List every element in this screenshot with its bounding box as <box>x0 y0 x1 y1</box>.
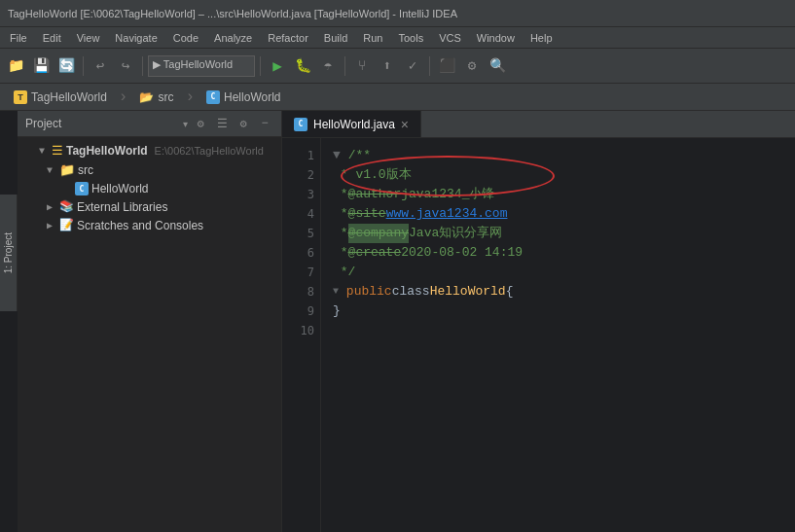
toolbar-btn-3[interactable]: 🔄 <box>54 54 78 78</box>
code-text-8a: public <box>346 282 392 301</box>
toolbar-coverage-btn[interactable]: ☂ <box>316 54 340 78</box>
toolbar-commit-btn[interactable]: ✓ <box>401 54 424 78</box>
project-collapse-btn[interactable]: − <box>256 115 273 132</box>
tree-label-scratches: Scratches and Consoles <box>77 219 203 232</box>
nav-tabs: T TagHelloWorld › 📂 src › C HelloWorld <box>0 84 795 111</box>
code-text-3a: * <box>333 185 348 204</box>
fold-gutter-1: ▼ <box>333 146 341 165</box>
toolbar-vcs-btn[interactable]: ⑂ <box>350 54 374 78</box>
code-text-5b: @company <box>348 224 409 243</box>
toolbar-run-btn[interactable]: ▶ <box>266 54 289 78</box>
code-text-8c: HelloWorld <box>430 282 506 301</box>
menu-analyze[interactable]: Analyze <box>208 30 258 46</box>
tab-close-btn[interactable]: × <box>401 118 409 131</box>
line-num-1: 1 <box>282 146 314 165</box>
menu-build[interactable]: Build <box>318 30 353 46</box>
toolbar-terminal-btn[interactable]: ⬛ <box>435 54 458 78</box>
tree-item-helloworld[interactable]: C HelloWorld <box>35 180 281 197</box>
line-num-6: 6 <box>282 243 314 263</box>
folder-icon: 📂 <box>139 90 154 104</box>
java-file-icon: C <box>206 90 220 104</box>
line-num-2: 2 <box>282 165 314 185</box>
project-panel-header: Project ▾ ⚙ ☰ ⚙ − <box>18 111 281 137</box>
nav-sep-1: › <box>119 89 128 106</box>
tree-label-src: src <box>78 163 93 177</box>
nav-tab-helloworld-label: HelloWorld <box>224 90 280 104</box>
src-folder-icon: 📁 <box>59 162 75 178</box>
tree-item-root[interactable]: ▼ ☰ TagHelloWorld E:\0062\TagHelloWorld <box>35 141 281 160</box>
menu-bar: File Edit View Navigate Code Analyze Ref… <box>0 27 795 49</box>
nav-tab-project[interactable]: T TagHelloWorld <box>6 87 115 108</box>
toolbar-open-btn[interactable]: 📁 <box>4 54 27 78</box>
project-panel: Project ▾ ⚙ ☰ ⚙ − ▼ ☰ TagHelloWorld E:\0… <box>18 111 282 532</box>
nav-tab-src[interactable]: 📂 src <box>131 87 181 108</box>
toolbar-settings-btn[interactable]: ⚙ <box>460 54 484 78</box>
line-num-7: 7 <box>282 263 314 282</box>
code-line-5: * @company Java知识分享网 <box>333 224 783 243</box>
project-sync-btn[interactable]: ⚙ <box>192 115 209 132</box>
code-text-8d: { <box>506 282 514 301</box>
nav-tab-helloworld[interactable]: C HelloWorld <box>199 87 288 108</box>
tree-item-extlibs[interactable]: ▶ 📚 External Libraries <box>35 197 281 216</box>
toolbar: 📁 💾 🔄 ↩ ↪ ▶ TagHelloWorld ▶ 🐛 ☂ ⑂ ⬆ ✓ ⬛ … <box>0 49 795 84</box>
project-gear-btn[interactable]: ⚙ <box>235 115 252 132</box>
code-line-6: * @create 2020-08-02 14:19 <box>333 243 783 263</box>
code-text-5c: Java知识分享网 <box>409 224 502 243</box>
nav-sep-2: › <box>185 89 195 106</box>
nav-tab-project-label: TagHelloWorld <box>31 90 107 104</box>
title-bar: TagHelloWorld [E:\0062\TagHelloWorld] – … <box>0 0 795 27</box>
menu-view[interactable]: View <box>71 30 106 46</box>
code-text-4d: www.java1234.com <box>386 204 508 224</box>
menu-code[interactable]: Code <box>167 30 204 46</box>
code-line-1: ▼ /** <box>333 146 783 165</box>
menu-refactor[interactable]: Refactor <box>262 30 314 46</box>
toolbar-update-btn[interactable]: ⬆ <box>376 54 399 78</box>
code-line-2: * v1.0版本 <box>333 165 783 185</box>
line-numbers: 1 2 3 4 5 6 7 8 9 10 <box>282 138 321 532</box>
code-text-9: } <box>333 301 341 321</box>
toolbar-config-dropdown[interactable]: ▶ TagHelloWorld <box>148 55 255 77</box>
editor-tab-helloworld[interactable]: C HelloWorld.java × <box>282 111 421 137</box>
line-num-3: 3 <box>282 185 314 204</box>
menu-edit[interactable]: Edit <box>37 30 67 46</box>
tree-arrow-src: ▼ <box>47 165 56 176</box>
side-label[interactable]: 1: Project <box>0 195 18 311</box>
code-text-10 <box>333 321 341 340</box>
code-line-4: * @site www.java1234.com <box>333 204 783 224</box>
tree-item-scratches[interactable]: ▶ 📝 Scratches and Consoles <box>35 216 281 234</box>
code-text-8b: class <box>392 282 430 301</box>
toolbar-debug-btn[interactable]: 🐛 <box>291 54 314 78</box>
code-line-10 <box>333 321 783 340</box>
project-filter-btn[interactable]: ☰ <box>213 115 231 132</box>
toolbar-redo-btn[interactable]: ↪ <box>114 54 137 78</box>
tree-item-src[interactable]: ▼ 📁 src <box>35 160 281 180</box>
project-icon: T <box>14 90 27 104</box>
tree-label-root: TagHelloWorld <box>66 144 148 158</box>
menu-navigate[interactable]: Navigate <box>109 30 163 46</box>
code-content[interactable]: ▼ /** * v1.0版本 * @author java1234_小锋 * @… <box>321 138 795 532</box>
project-header-title: Project <box>25 117 179 130</box>
code-text-3b: @author <box>348 185 402 204</box>
nav-tab-src-label: src <box>158 90 173 104</box>
code-line-3: * @author java1234_小锋 <box>333 185 783 204</box>
menu-vcs[interactable]: VCS <box>433 30 467 46</box>
line-num-4: 4 <box>282 204 314 224</box>
toolbar-save-btn[interactable]: 💾 <box>29 54 53 78</box>
line-num-5: 5 <box>282 224 314 243</box>
editor-tabs: C HelloWorld.java × <box>282 111 795 138</box>
toolbar-sep-5 <box>429 56 430 76</box>
library-icon: 📚 <box>59 199 74 214</box>
toolbar-undo-btn[interactable]: ↩ <box>89 54 112 78</box>
menu-run[interactable]: Run <box>357 30 388 46</box>
menu-tools[interactable]: Tools <box>392 30 429 46</box>
tree-label-helloworld: HelloWorld <box>91 182 148 195</box>
code-editor[interactable]: 1 2 3 4 5 6 7 8 9 10 ▼ /** <box>282 138 795 532</box>
menu-window[interactable]: Window <box>471 30 521 46</box>
project-root-icon: ☰ <box>52 143 63 159</box>
menu-file[interactable]: File <box>4 30 33 46</box>
tree-arrow-scratches: ▶ <box>47 220 56 231</box>
toolbar-sep-3 <box>260 56 261 76</box>
toolbar-search-btn[interactable]: 🔍 <box>486 54 509 78</box>
code-text-4a: * <box>333 204 348 224</box>
menu-help[interactable]: Help <box>524 30 559 46</box>
